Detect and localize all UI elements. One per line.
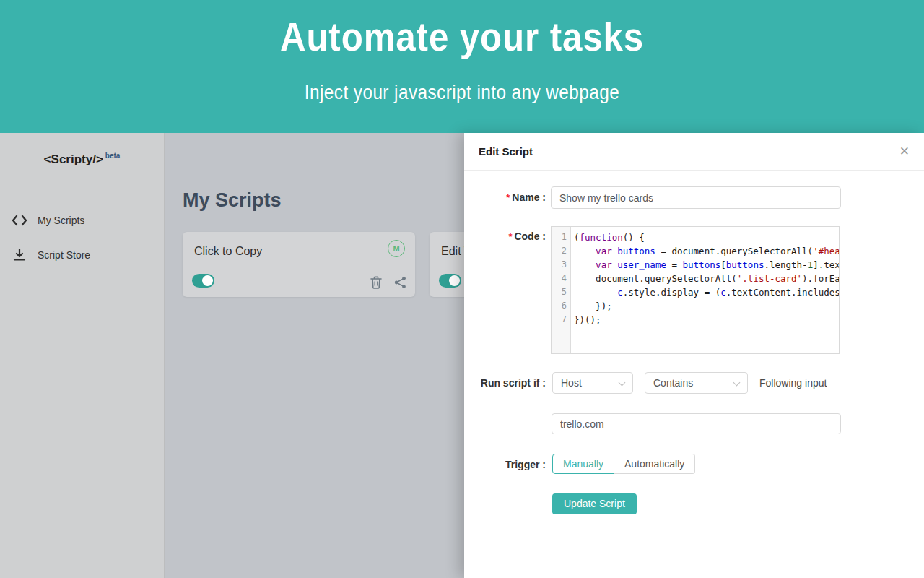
sidebar-nav: My Scripts Script Store — [0, 203, 164, 272]
code-editor[interactable]: 1234567 (function() { var buttons = docu… — [551, 226, 840, 354]
required-asterisk: * — [506, 192, 510, 203]
trigger-segmented-control: Manually Automatically — [552, 454, 695, 474]
sidebar-item-label: Script Store — [38, 249, 90, 261]
sidebar-item-my-scripts[interactable]: My Scripts — [0, 203, 164, 238]
share-icon[interactable] — [394, 276, 406, 289]
script-card-actions — [370, 276, 406, 289]
beta-badge: beta — [105, 152, 121, 160]
code-label: *Code : — [464, 230, 546, 242]
chevron-down-icon — [619, 379, 626, 387]
manual-trigger-badge: M — [388, 240, 405, 257]
script-card: Click to Copy M — [183, 232, 415, 297]
code-gutter: 1234567 — [552, 227, 571, 353]
modal-header: Edit Script ✕ — [464, 133, 924, 171]
code-lines: (function() { var buttons = document.que… — [571, 227, 839, 353]
trigger-label: Trigger : — [464, 459, 546, 470]
toggle-knob — [202, 275, 213, 286]
script-card-title: Click to Copy — [194, 243, 262, 260]
trash-icon[interactable] — [370, 276, 382, 289]
sidebar-item-label: My Scripts — [38, 215, 84, 226]
download-icon — [12, 248, 27, 262]
hero-title: Automate your tasks — [56, 13, 868, 60]
script-enabled-toggle[interactable] — [439, 274, 461, 288]
hero-subtitle: Inject your javascript into any webpage — [46, 82, 878, 104]
sidebar: <Scripty/>beta My Scripts Script Store — [0, 133, 165, 578]
required-asterisk: * — [508, 231, 512, 242]
sidebar-item-script-store[interactable]: Script Store — [0, 238, 164, 272]
content-area: <Scripty/>beta My Scripts Script Store M… — [0, 133, 924, 578]
script-enabled-toggle[interactable] — [192, 274, 214, 288]
app-logo-text: <Scripty/> — [44, 152, 103, 166]
condition-type-value: Host — [561, 373, 582, 393]
trigger-option-automatically[interactable]: Automatically — [614, 454, 695, 474]
trigger-option-manually[interactable]: Manually — [552, 454, 614, 474]
app-logo: <Scripty/>beta — [0, 152, 164, 167]
condition-operator-select[interactable]: Contains — [645, 372, 748, 394]
run-script-if-label: Run script if : — [464, 377, 546, 389]
toggle-knob — [449, 275, 460, 286]
condition-type-select[interactable]: Host — [552, 372, 633, 394]
page-title: My Scripts — [183, 186, 282, 215]
following-input-text: Following input — [759, 372, 827, 394]
update-script-button[interactable]: Update Script — [552, 493, 637, 514]
name-label: *Name : — [464, 191, 546, 203]
hero-banner: Automate your tasks Inject your javascri… — [0, 0, 924, 133]
chevron-down-icon — [733, 379, 741, 387]
edit-script-modal: Edit Script ✕ *Name : *Code : 1234567 (f… — [464, 133, 924, 578]
condition-value-input[interactable] — [552, 413, 841, 434]
close-icon[interactable]: ✕ — [897, 133, 912, 171]
condition-operator-value: Contains — [653, 373, 693, 393]
name-input[interactable] — [551, 186, 841, 209]
code-icon — [12, 213, 27, 228]
modal-title: Edit Script — [479, 133, 533, 171]
